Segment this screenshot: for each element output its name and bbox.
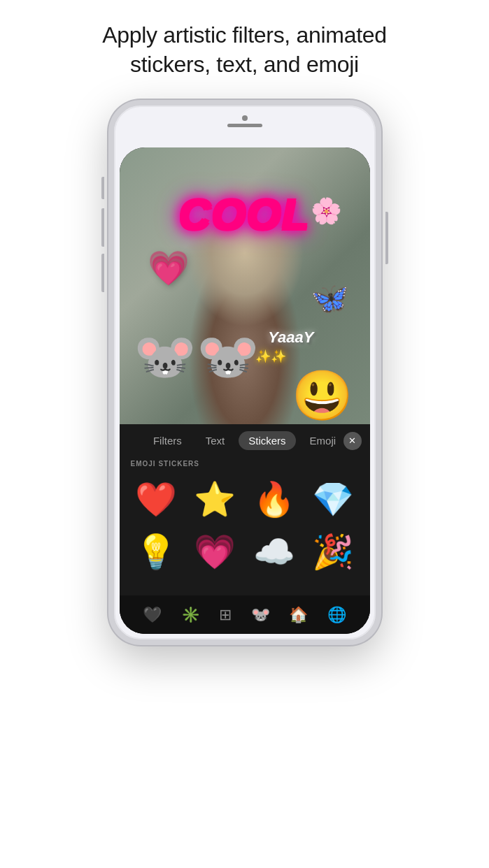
tab-stickers[interactable]: Stickers xyxy=(239,431,295,450)
yaaay-text-sticker: YaaaY xyxy=(268,328,313,347)
side-button-power xyxy=(385,212,388,264)
sticker-grid: ❤️ ⭐ 🔥 💎 💡 💗 ☁️ 🎉 xyxy=(120,473,370,578)
phone-mockup: COOL 💗 🌸 🦋 🐭🐭 YaaaY 😃 ✨✨ Filters Text St… xyxy=(108,100,381,645)
section-label: EMOJI STICKERS xyxy=(120,457,370,473)
bottom-icon-mickey[interactable]: 🐭 xyxy=(251,606,270,624)
photo-area: COOL 💗 🌸 🦋 🐭🐭 YaaaY 😃 ✨✨ xyxy=(120,147,370,448)
sticker-cloud[interactable]: ☁️ xyxy=(245,526,304,578)
phone-shell: COOL 💗 🌸 🦋 🐭🐭 YaaaY 😃 ✨✨ Filters Text St… xyxy=(108,100,381,645)
headline: Apply artistic filters, animatedstickers… xyxy=(67,0,422,93)
stickers-layer: COOL 💗 🌸 🦋 🐭🐭 YaaaY 😃 ✨✨ xyxy=(120,147,370,448)
sticker-diamond[interactable]: 💎 xyxy=(304,473,363,526)
bottom-icon-heart[interactable]: 🖤 xyxy=(143,606,162,624)
phone-top xyxy=(227,115,262,127)
side-button-vol-up xyxy=(101,208,104,247)
sticker-party[interactable]: 🎉 xyxy=(304,526,363,578)
tab-emoji[interactable]: Emoji xyxy=(300,431,346,450)
sticker-heart[interactable]: ❤️ xyxy=(127,473,186,526)
joy-character-sticker: 😃 xyxy=(292,371,353,420)
bottom-icon-globe[interactable]: 🌐 xyxy=(327,606,346,624)
sticker-star[interactable]: ⭐ xyxy=(185,473,245,526)
cherry-blossom-sticker: 🌸 xyxy=(311,196,342,226)
bottom-icons-row: 🖤 ✳️ ⊞ 🐭 🏠 🌐 xyxy=(120,595,370,634)
sticker-heartarrow[interactable]: 💗 xyxy=(185,526,245,578)
close-button[interactable]: ✕ xyxy=(343,432,362,450)
camera-dot xyxy=(242,115,248,121)
toolbar-area: Filters Text Stickers Emoji ✕ EMOJI STIC… xyxy=(120,424,370,634)
side-button-mute xyxy=(101,177,104,199)
sparkles-sticker: ✨✨ xyxy=(255,349,286,364)
side-button-vol-down xyxy=(101,254,104,292)
bottom-icon-asterisk[interactable]: ✳️ xyxy=(181,606,200,624)
tab-text[interactable]: Text xyxy=(196,431,235,450)
tab-filters[interactable]: Filters xyxy=(143,431,192,450)
heart-sticker: 💗 xyxy=(148,249,190,288)
sticker-fire[interactable]: 🔥 xyxy=(245,473,304,526)
tabs-row: Filters Text Stickers Emoji ✕ xyxy=(120,424,370,457)
speaker-bar xyxy=(227,124,262,127)
butterfly-sticker: 🦋 xyxy=(311,280,349,317)
mickey-minnie-sticker: 🐭🐭 xyxy=(134,331,260,382)
screen: COOL 💗 🌸 🦋 🐭🐭 YaaaY 😃 ✨✨ Filters Text St… xyxy=(120,147,370,634)
bottom-icon-home[interactable]: 🏠 xyxy=(289,606,308,624)
cool-sticker-text: COOL xyxy=(179,189,310,239)
sticker-lightbulb[interactable]: 💡 xyxy=(127,526,186,578)
bottom-icon-grid[interactable]: ⊞ xyxy=(219,606,232,624)
